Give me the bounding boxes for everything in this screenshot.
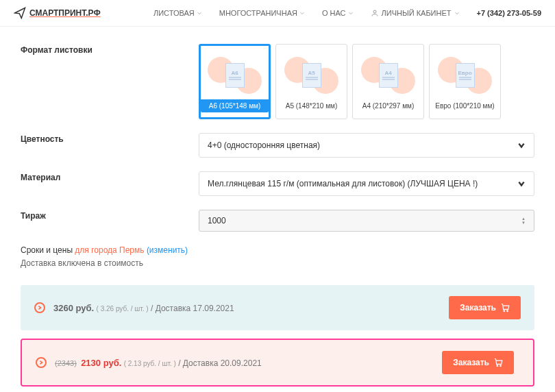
format-a4[interactable]: A4 А4 (210*297 мм) [352,44,424,119]
format-caption: А5 (148*210 мм) [276,99,347,112]
svg-point-0 [373,10,376,13]
offer-fast: 3260 руб. ( 3.26 руб. / шт. ) / Доставка… [21,285,534,330]
header: СМАРТПРИНТ.РФ ЛИСТОВАЯ МНОГОСТРАНИЧНАЯ О… [0,0,555,27]
chevron-down-icon [454,10,460,16]
format-label: Формат листовки [21,44,199,119]
offer-cheap-price: 2130 руб. [81,358,121,368]
offer-cheap: (2343) 2130 руб. ( 2.13 руб. / шт. ) / Д… [22,340,533,385]
offer-fast-text: 3260 руб. ( 3.26 руб. / шт. ) / Доставка… [53,303,449,313]
nav-sheet[interactable]: ЛИСТОВАЯ [153,9,202,17]
nav-account[interactable]: ЛИЧНЫЙ КАБИНЕТ [371,9,460,17]
quantity-label: Тираж [21,210,199,232]
format-a5[interactable]: A5 А5 (148*210 мм) [275,44,347,119]
format-caption: А4 (210*297 мм) [353,99,423,112]
main-nav: ЛИСТОВАЯ МНОГОСТРАНИЧНАЯ О НАС ЛИЧНЫЙ КА… [153,9,541,17]
format-caption: Евро (100*210 мм) [430,99,500,112]
format-thumb: Евро [432,51,497,99]
material-label: Материал [21,171,199,196]
arrow-right-icon [34,302,45,313]
cart-icon [493,358,503,367]
offer-cheap-old: (2343) [55,359,77,367]
nav-multipage[interactable]: МНОГОСТРАНИЧНАЯ [219,9,305,17]
phone-number[interactable]: +7 (342) 273-05-59 [477,9,541,17]
format-caption: А6 (105*148 мм) [201,99,269,112]
nav-about[interactable]: О НАС [322,9,354,17]
cart-icon [500,303,510,313]
svg-point-1 [504,310,505,312]
offer-fast-unit: ( 3.26 руб. / шт. ) [97,305,149,313]
highlighted-offer: (2343) 2130 руб. ( 2.13 руб. / шт. ) / Д… [21,339,534,387]
svg-point-3 [497,365,498,367]
offer-fast-price: 3260 руб. [53,303,94,313]
arrow-right-icon [36,357,47,368]
chevron-down-icon [517,180,526,188]
offer-cheap-unit: ( 2.13 руб. / шт. ) [124,360,176,367]
content: Формат листовки A6 А6 (105*148 мм) A5 А5… [0,27,555,392]
offer-fast-delivery: / Доставка 17.09.2021 [151,304,234,313]
quantity-stepper[interactable]: 1000 ▲▼ [199,210,534,232]
color-label: Цветность [21,133,199,158]
format-euro[interactable]: Евро Евро (100*210 мм) [429,44,501,119]
user-icon [371,9,379,17]
chevron-down-icon [517,141,526,149]
chevron-down-icon [197,10,202,16]
change-city-link[interactable]: (изменить) [147,245,188,255]
material-value: Мел.глянцевая 115 г/м (оптимальная для л… [208,179,478,188]
material-select[interactable]: Мел.глянцевая 115 г/м (оптимальная для л… [199,171,534,196]
plane-icon [14,7,26,19]
delivery-note: Доставка включена в стоимость [21,258,534,268]
quantity-value: 1000 [208,216,226,225]
format-thumb: A6 [202,51,267,99]
stepper-arrows-icon: ▲▼ [521,217,526,225]
format-options: A6 А6 (105*148 мм) A5 А5 (148*210 мм) A4… [199,44,501,119]
terms-line: Сроки и цены для города Пермь (изменить) [21,245,534,255]
order-fast-button[interactable]: Заказать [449,296,521,319]
brand-text: СМАРТПРИНТ.РФ [29,8,101,18]
order-cheap-button[interactable]: Заказать [442,351,514,374]
format-thumb: A4 [356,51,421,99]
offer-cheap-delivery: / Доставка 20.09.2021 [178,358,262,368]
offer-cheap-text: (2343) 2130 руб. ( 2.13 руб. / шт. ) / Д… [55,358,436,368]
svg-point-4 [500,365,502,367]
svg-point-2 [507,310,508,312]
logo[interactable]: СМАРТПРИНТ.РФ [14,7,101,19]
terms-city: для города Пермь [73,245,147,255]
format-thumb: A5 [279,51,344,99]
chevron-down-icon [348,10,354,16]
color-value: 4+0 (односторонняя цветная) [208,140,320,150]
terms-lead: Сроки и цены [21,245,73,255]
chevron-down-icon [299,10,305,16]
color-select[interactable]: 4+0 (односторонняя цветная) [199,133,534,158]
format-a6[interactable]: A6 А6 (105*148 мм) [199,44,271,119]
